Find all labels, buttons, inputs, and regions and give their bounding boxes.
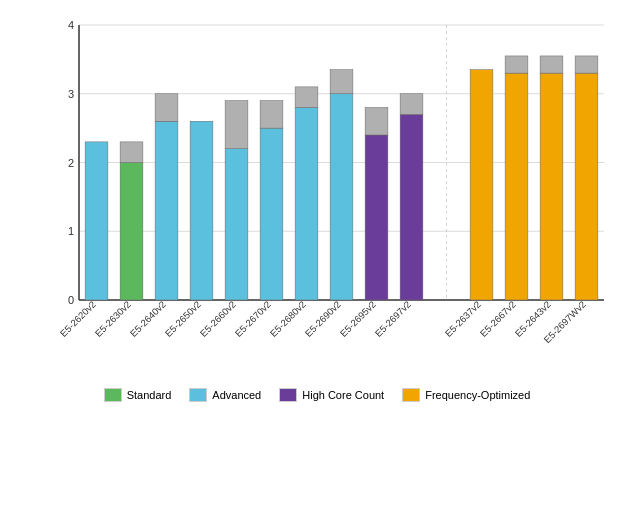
svg-rect-41: [505, 73, 528, 300]
svg-rect-36: [400, 114, 423, 300]
svg-text:E5-2695v2: E5-2695v2: [338, 299, 378, 339]
svg-rect-47: [575, 73, 598, 300]
svg-text:E5-2667v2: E5-2667v2: [478, 299, 518, 339]
svg-text:E5-2697v2: E5-2697v2: [373, 299, 413, 339]
svg-rect-22: [225, 101, 248, 149]
svg-rect-42: [505, 56, 528, 73]
svg-text:E5-2680v2: E5-2680v2: [268, 299, 308, 339]
legend-label: Standard: [127, 389, 172, 401]
svg-text:E5-2650v2: E5-2650v2: [163, 299, 203, 339]
svg-text:3: 3: [68, 88, 74, 100]
svg-text:E5-2620v2: E5-2620v2: [58, 299, 98, 339]
legend-label: Frequency-Optimized: [425, 389, 530, 401]
legend-color: [402, 388, 420, 402]
legend-color: [279, 388, 297, 402]
svg-rect-19: [190, 121, 213, 300]
svg-text:E5-2690v2: E5-2690v2: [303, 299, 343, 339]
svg-rect-13: [120, 163, 143, 301]
svg-rect-25: [260, 101, 283, 129]
svg-rect-37: [400, 94, 423, 115]
svg-text:2: 2: [68, 157, 74, 169]
svg-rect-11: [85, 142, 108, 300]
legend-item: Standard: [104, 388, 172, 402]
legend-item: Advanced: [189, 388, 261, 402]
legend-label: High Core Count: [302, 389, 384, 401]
chart-title: [10, 10, 624, 15]
svg-text:0: 0: [68, 294, 74, 306]
chart-container: 01234E5-2620v2E5-2630v2E5-2640v2E5-2650v…: [0, 0, 634, 510]
svg-text:4: 4: [68, 19, 74, 31]
legend-color: [189, 388, 207, 402]
plot-area: 01234E5-2620v2E5-2630v2E5-2640v2E5-2650v…: [44, 20, 614, 384]
svg-rect-44: [540, 73, 563, 300]
legend-item: Frequency-Optimized: [402, 388, 530, 402]
svg-rect-30: [330, 94, 353, 300]
svg-text:E5-2630v2: E5-2630v2: [93, 299, 133, 339]
svg-rect-31: [330, 70, 353, 94]
svg-rect-39: [470, 70, 493, 300]
chart-inner: 01234E5-2620v2E5-2630v2E5-2640v2E5-2650v…: [14, 20, 624, 384]
svg-text:E5-2637v2: E5-2637v2: [443, 299, 483, 339]
svg-rect-45: [540, 56, 563, 73]
svg-text:E5-2660v2: E5-2660v2: [198, 299, 238, 339]
svg-rect-14: [120, 142, 143, 163]
svg-rect-48: [575, 56, 598, 73]
svg-rect-16: [155, 121, 178, 300]
svg-rect-24: [260, 128, 283, 300]
svg-text:E5-2640v2: E5-2640v2: [128, 299, 168, 339]
svg-text:1: 1: [68, 225, 74, 237]
svg-rect-28: [295, 87, 318, 108]
svg-rect-17: [155, 94, 178, 122]
svg-rect-33: [365, 135, 388, 300]
legend: StandardAdvancedHigh Core CountFrequency…: [10, 388, 624, 402]
legend-color: [104, 388, 122, 402]
chart-area: 01234E5-2620v2E5-2630v2E5-2640v2E5-2650v…: [10, 20, 624, 384]
svg-rect-27: [295, 108, 318, 301]
legend-label: Advanced: [212, 389, 261, 401]
svg-text:E5-2670v2: E5-2670v2: [233, 299, 273, 339]
svg-rect-21: [225, 149, 248, 300]
bar-chart: 01234E5-2620v2E5-2630v2E5-2640v2E5-2650v…: [44, 20, 614, 380]
svg-rect-34: [365, 108, 388, 136]
legend-item: High Core Count: [279, 388, 384, 402]
